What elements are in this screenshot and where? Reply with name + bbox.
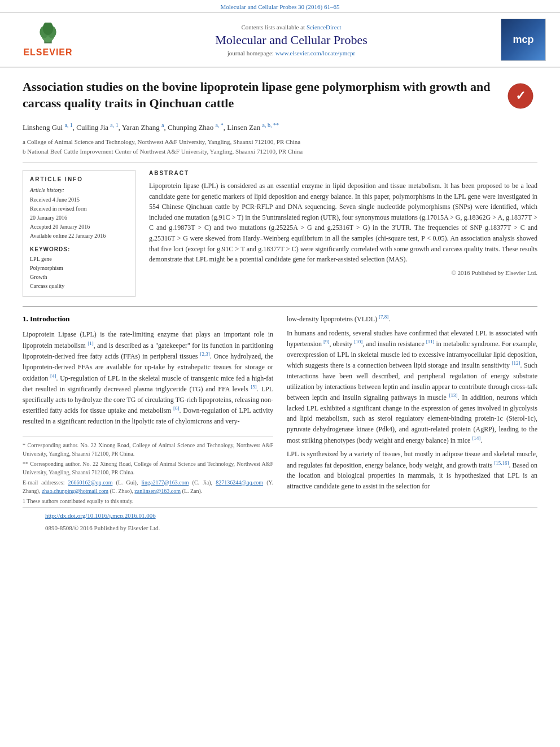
email-jia[interactable]: linga2177@163.com [142,479,189,486]
copyright-line: © 2016 Published by Elsevier Ltd. [149,269,537,276]
crossmark-icon: ✓ [506,82,535,110]
mcp-logo-text: mcp [513,34,533,46]
keyword-carcass: Carcass quality [30,282,128,291]
body-col-right: low-density lipoproteins (VLDL) [7,8]. I… [287,313,537,506]
body-col2-para2: In humans and rodents, several studies h… [287,328,537,446]
abstract-text: Lipoprotein lipase (LPL) is considered a… [149,181,537,265]
body-col1-para1: Lipoprotein Lipase (LPL) is the rate-lim… [23,329,273,426]
section-divider-1 [23,163,537,163]
journal-header: ELSEVIER Contents lists available at Sci… [0,13,560,68]
keyword-polymorphism: Polymorphism [30,264,128,273]
svg-text:✓: ✓ [515,89,526,103]
section-divider-2 [23,306,537,307]
issn-text: 0890-8508/© 2016 Published by Elsevier L… [45,525,160,531]
bottom-bar: http://dx.doi.org/10.1016/j.mcp.2016.01.… [23,507,537,523]
received-date: Received 4 June 2015 [30,195,128,204]
section1-heading: 1. Introduction [23,313,273,325]
body-section: 1. Introduction Lipoprotein Lipase (LPL)… [23,313,537,506]
article-info-title: ARTICLE INFO [30,176,128,182]
email-zhao[interactable]: zhao.chunping@hotmail.com [42,488,108,494]
article-content: Association studies on the bovine lipopr… [0,68,560,549]
online-date: Available online 22 January 2016 [30,231,128,241]
article-dates: Received 4 June 2015 Received in revised… [30,195,128,241]
info-abstract-section: ARTICLE INFO Article history: Received 4… [23,170,537,297]
body-col2-para1: low-density lipoproteins (VLDL) [7,8]. [287,313,537,325]
keyword-growth: Growth [30,273,128,282]
footnote-emails: E-mail addresses: 26660162@qq.com (L. Gu… [23,478,273,495]
footnotes-section: * Corresponding author. No. 22 Xinong Ro… [23,436,273,505]
mcp-logo-area: mcp [498,19,549,61]
accepted-date: Accepted 20 January 2016 [30,222,128,231]
article-title: Association studies on the bovine lipopr… [23,79,537,111]
affiliation-b: b National Beef Cattle Improvement Cente… [23,147,537,156]
email-gui[interactable]: 26660162@qq.com [68,479,113,486]
keywords-list: LPL gene Polymorphism Growth Carcass qua… [30,255,128,291]
keyword-lpl: LPL gene [30,255,128,264]
abstract-title: ABSTRACT [149,170,537,176]
affiliation-a: a College of Animal Science and Technolo… [23,137,537,147]
footnote-corresponding-2: ** Corresponding author. No. 22 Xinong R… [23,460,273,477]
journal-homepage: journal homepage: www.elsevier.com/locat… [228,50,356,56]
article-info-box: ARTICLE INFO Article history: Received 4… [23,170,135,297]
elsevier-tree-icon [37,23,59,45]
journal-top-bar: Molecular and Cellular Probes 30 (2016) … [0,0,560,13]
contents-available-text: Contents lists available at ScienceDirec… [241,24,341,30]
revised-label: Received in revised form [30,204,128,213]
elsevier-logo: ELSEVIER [23,47,72,58]
affiliations: a College of Animal Science and Technolo… [23,137,537,156]
authors-line: Linsheng Gui a, 1, Cuiling Jia a, 1, Yar… [23,120,537,133]
journal-volume-text: Molecular and Cellular Probes 30 (2016) … [221,3,340,10]
email-zan[interactable]: zanlinsen@163.com [134,488,181,494]
abstract-column: ABSTRACT Lipoprotein lipase (LPL) is con… [149,170,537,297]
body-col2-para3: LPL is synthesized by a variety of tissu… [287,449,537,491]
revised-date: 20 January 2016 [30,213,128,222]
homepage-link[interactable]: www.elsevier.com/locate/ymcpr [275,50,356,56]
article-info-column: ARTICLE INFO Article history: Received 4… [23,170,135,297]
article-history-label: Article history: [30,187,128,193]
authors-text: Linsheng Gui a, 1, Cuiling Jia a, 1, Yar… [23,123,279,132]
crossmark-logo: ✓ [504,79,537,113]
issn-bar: 0890-8508/© 2016 Published by Elsevier L… [23,523,537,538]
footnote-equal-contribution: 1 These authors contributed equally to t… [23,497,273,505]
mcp-logo-box: mcp [501,19,546,61]
email-zhang[interactable]: 827136244@qq.com [216,479,263,486]
keywords-title: Keywords: [30,246,128,252]
sciencedirect-link[interactable]: ScienceDirect [307,24,342,30]
doi-link[interactable]: http://dx.doi.org/10.1016/j.mcp.2016.01.… [45,512,156,519]
article-page: Molecular and Cellular Probes 30 (2016) … [0,0,560,747]
publisher-logo-area: ELSEVIER [11,19,85,61]
journal-title-area: Contents lists available at ScienceDirec… [96,19,487,61]
journal-title: Molecular and Cellular Probes [215,33,367,47]
footnote-corresponding-1: * Corresponding author. No. 22 Xinong Ro… [23,441,273,458]
body-col-left: 1. Introduction Lipoprotein Lipase (LPL)… [23,313,273,506]
